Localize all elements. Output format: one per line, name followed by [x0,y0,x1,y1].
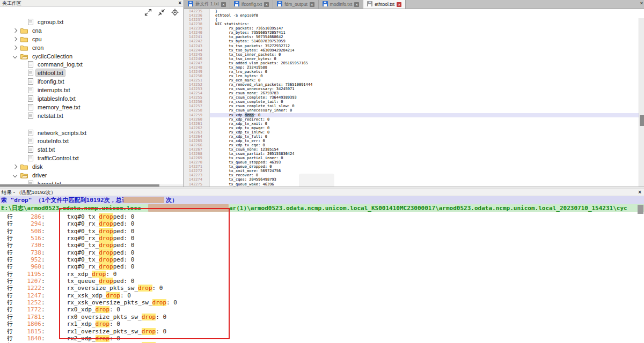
editor-line: 142260 rx_xdp_redirect: 0 [184,117,644,122]
tree-item[interactable]: ifconfig.txt [0,77,182,86]
tab-close-icon[interactable]: × [397,2,401,7]
line-number: 142244 [184,48,210,53]
colon: : [41,285,45,292]
editor-line: 142253 rx_csum_unnecessary: 34245971 [184,87,644,91]
line-number: 142256 [184,100,210,104]
tree-item-label: network_scripts.txt [36,129,88,137]
line-number: 142257 [184,104,210,108]
row-prefix: 行 [7,249,16,256]
line-text: tx_csum_partial: 205153836424 [210,152,644,156]
tree-item-label: interrupts.txt [36,86,72,94]
tree-item[interactable]: command_log.txt [0,60,182,69]
tree-item[interactable]: stat.txt [0,145,182,154]
editor-line: 142266 rx_xdp_tx_cqe: 0 [184,143,644,147]
tab-close-icon[interactable]: × [354,2,359,7]
editor-text-area[interactable]: 142235}142236ethtool -S enp1s0f0142237{1… [184,9,644,187]
results-scrollbar-thumb[interactable] [638,205,643,214]
tree-item[interactable]: cyclicCollection [0,52,182,61]
file-icon [28,155,33,161]
tree-item[interactable]: lsmod.txt [0,180,182,184]
line-text: rx_xdp_tx_err: 0 [210,139,644,143]
tab-close-icon[interactable]: × [264,2,269,7]
tab-close-icon[interactable]: × [310,2,314,7]
expand-all-icon[interactable] [144,9,152,16]
row-prefix: 行 [7,235,16,242]
chevron-icon[interactable] [13,165,17,169]
editor-tab[interactable]: ifconfig.txt× [230,0,273,9]
tree-item-label: cna [31,27,43,34]
line-number: 142245 [184,53,210,57]
tree-item[interactable]: network_scripts.txt [0,129,182,137]
line-text: tx_added_vlan_packets: 205165957165 [210,61,644,65]
editor-vertical-scrollbar[interactable] [639,18,644,187]
tree-item-label: driver [31,172,49,179]
file-icon [28,104,33,110]
editor-line: 142249 rx_lro_packets: 0 [184,70,644,74]
file-path-segment: ar(1)\armod0523.odata.ncmp.unicom.local_… [229,204,627,212]
close-icon[interactable]: × [638,189,641,196]
line-text: tx_packets: 507354668642 [210,35,644,39]
line-number: 142269 [184,156,210,160]
line-number: 142246 [184,57,210,61]
close-icon[interactable]: × [640,1,643,6]
tab-label: ifconfig.txt [241,2,262,7]
chevron-icon[interactable] [13,36,17,41]
editor-tab[interactable]: modinfo.txt× [319,0,364,9]
file-save-icon [323,1,328,8]
line-text: rx_lro_packets: 0 [210,70,644,74]
chevron-icon[interactable] [13,54,17,58]
line-text: tx_xmit_more: 569724756 [210,169,644,173]
line-number: 142272 [184,169,210,173]
line-text: tx_tso_inner_bytes: 0 [210,57,644,61]
colon: : [41,213,45,220]
tree-item[interactable]: driver [0,171,182,180]
tree-item[interactable]: trafficControl.txt [0,154,182,162]
folder-icon [20,27,28,34]
tree-item[interactable]: netstat.txt [0,111,182,120]
chevron-icon[interactable] [13,173,17,177]
tree-item[interactable]: cgroup.txt [0,18,182,26]
editor-line: 142241 tx_packets: 507354668642 [184,35,644,39]
line-text: rx_csum_unnecessary: 34245971 [210,87,644,91]
editor-tab[interactable]: ethtool.txt× [363,0,406,9]
tree-item-label: cron [31,44,45,51]
result-line-number: 1247 [16,292,41,299]
editor-line: 142254 rx_csum_none: 26759783 [184,91,644,95]
chevron-icon[interactable] [13,45,17,49]
editor-tab[interactable]: 新文件 1.txt× [184,0,230,9]
tree-item-label: routeInfo.txt [36,137,70,145]
line-number: 142240 [184,31,210,35]
tree-item[interactable]: disk [0,162,182,171]
editor-tab[interactable]: fdm_output× [273,0,319,9]
editor-line: 142238NIC statistics: [184,22,644,26]
close-icon[interactable]: × [178,0,181,6]
line-text: rx_csum_complete: 736449389393 [210,95,644,100]
editor-line: 142251 rx_ecn_mark: 0 [184,78,644,83]
editor-line: 142268 tx_csum_partial: 205153836424 [184,152,644,156]
chevron-icon[interactable] [13,28,17,33]
line-number: 142266 [184,143,210,147]
editor-line: 142235} [184,9,644,13]
line-number: 142268 [184,152,210,156]
file-icon [28,146,33,153]
line-number: 142260 [184,117,210,122]
tree-item[interactable]: interrupts.txt [0,86,182,94]
tree-item[interactable]: cron [0,43,182,52]
result-line-number: 1815 [16,328,41,335]
colon: : [41,235,45,242]
tree-item[interactable]: ethtool.txt [0,69,182,77]
line-text: rx_lro_bytes: 0 [210,74,644,78]
tab-close-icon[interactable]: × [221,2,226,7]
locate-file-icon[interactable] [171,9,179,16]
colon: : [41,256,45,263]
collapse-all-icon[interactable] [158,9,165,16]
tree-item[interactable]: memory_free.txt [0,103,182,111]
line-number: 142242 [184,39,210,43]
tree-item[interactable]: iptablesInfo.txt [0,94,182,103]
tree-item[interactable]: cna [0,26,182,35]
tree-item-label: trafficControl.txt [36,154,80,162]
tree-item[interactable]: cpu [0,35,182,43]
line-number: 142263 [184,130,210,135]
scrollbar-thumb[interactable] [640,115,644,126]
tree-item[interactable]: routeInfo.txt [0,137,182,145]
